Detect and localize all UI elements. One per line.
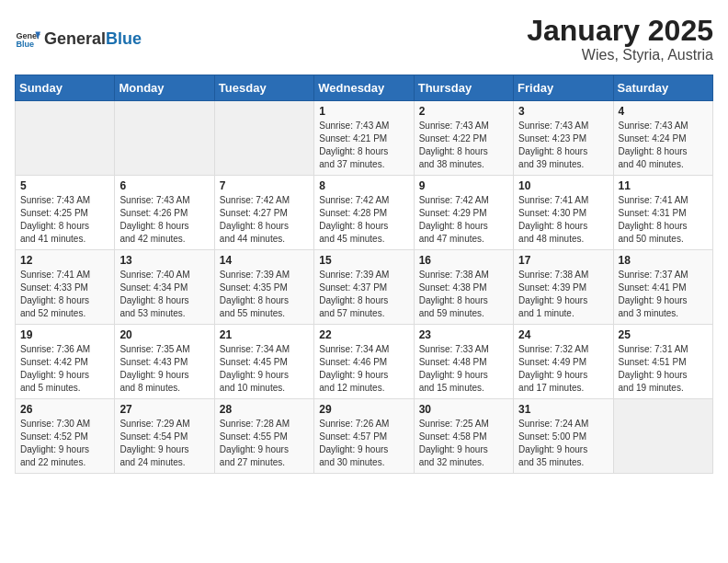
day-info: Sunrise: 7:40 AM Sunset: 4:34 PM Dayligh… [119,269,209,320]
day-info: Sunrise: 7:25 AM Sunset: 4:58 PM Dayligh… [419,418,508,469]
table-cell [16,101,115,176]
table-cell: 18Sunrise: 7:37 AM Sunset: 4:41 PM Dayli… [613,250,712,325]
table-cell: 7Sunrise: 7:42 AM Sunset: 4:27 PM Daylig… [214,176,313,250]
day-info: Sunrise: 7:43 AM Sunset: 4:26 PM Dayligh… [119,194,209,246]
day-number: 28 [220,403,309,416]
table-cell: 4Sunrise: 7:43 AM Sunset: 4:24 PM Daylig… [613,101,712,176]
logo-icon: General Blue [15,27,40,52]
day-number: 24 [518,328,608,341]
calendar-title: January 2025 [527,15,713,47]
day-info: Sunrise: 7:42 AM Sunset: 4:28 PM Dayligh… [319,194,408,246]
table-cell: 27Sunrise: 7:29 AM Sunset: 4:54 PM Dayli… [115,399,214,474]
day-number: 3 [518,105,608,118]
day-info: Sunrise: 7:34 AM Sunset: 4:45 PM Dayligh… [220,343,309,395]
table-cell: 15Sunrise: 7:39 AM Sunset: 4:37 PM Dayli… [314,250,414,325]
table-cell: 21Sunrise: 7:34 AM Sunset: 4:45 PM Dayli… [214,325,313,399]
day-number: 20 [119,328,209,341]
day-info: Sunrise: 7:39 AM Sunset: 4:37 PM Dayligh… [319,269,408,320]
day-info: Sunrise: 7:29 AM Sunset: 4:54 PM Dayligh… [119,418,209,469]
day-info: Sunrise: 7:34 AM Sunset: 4:46 PM Dayligh… [319,343,408,395]
logo: General Blue GeneralBlue [15,27,142,52]
day-number: 4 [619,105,708,118]
table-cell: 14Sunrise: 7:39 AM Sunset: 4:35 PM Dayli… [214,250,313,325]
day-number: 9 [419,179,508,192]
day-number: 5 [20,179,109,192]
logo-general-text: General [44,29,106,49]
table-cell: 8Sunrise: 7:42 AM Sunset: 4:28 PM Daylig… [314,176,414,250]
week-row-4: 19Sunrise: 7:36 AM Sunset: 4:42 PM Dayli… [16,325,713,399]
header-wednesday: Wednesday [314,75,414,101]
day-info: Sunrise: 7:42 AM Sunset: 4:27 PM Dayligh… [220,194,309,246]
table-cell: 9Sunrise: 7:42 AM Sunset: 4:29 PM Daylig… [414,176,513,250]
header-sunday: Sunday [16,75,115,101]
table-cell: 20Sunrise: 7:35 AM Sunset: 4:43 PM Dayli… [115,325,214,399]
table-cell: 28Sunrise: 7:28 AM Sunset: 4:55 PM Dayli… [214,399,313,474]
day-number: 25 [619,328,708,341]
day-number: 12 [20,254,109,267]
day-info: Sunrise: 7:26 AM Sunset: 4:57 PM Dayligh… [319,418,408,469]
day-number: 30 [419,403,508,416]
table-cell: 29Sunrise: 7:26 AM Sunset: 4:57 PM Dayli… [314,399,414,474]
day-info: Sunrise: 7:24 AM Sunset: 5:00 PM Dayligh… [518,418,608,469]
day-number: 22 [319,328,408,341]
week-row-2: 5Sunrise: 7:43 AM Sunset: 4:25 PM Daylig… [16,176,713,250]
table-cell: 1Sunrise: 7:43 AM Sunset: 4:21 PM Daylig… [314,101,414,176]
table-cell: 16Sunrise: 7:38 AM Sunset: 4:38 PM Dayli… [414,250,513,325]
header-tuesday: Tuesday [214,75,313,101]
day-number: 27 [119,403,209,416]
table-cell: 3Sunrise: 7:43 AM Sunset: 4:23 PM Daylig… [514,101,613,176]
day-info: Sunrise: 7:43 AM Sunset: 4:25 PM Dayligh… [20,194,109,246]
day-info: Sunrise: 7:33 AM Sunset: 4:48 PM Dayligh… [419,343,508,395]
week-row-5: 26Sunrise: 7:30 AM Sunset: 4:52 PM Dayli… [16,399,713,474]
day-number: 18 [619,254,708,267]
day-info: Sunrise: 7:28 AM Sunset: 4:55 PM Dayligh… [220,418,309,469]
table-cell: 13Sunrise: 7:40 AM Sunset: 4:34 PM Dayli… [115,250,214,325]
day-number: 11 [619,179,708,192]
day-number: 1 [319,105,408,118]
day-info: Sunrise: 7:41 AM Sunset: 4:33 PM Dayligh… [20,269,109,320]
day-number: 29 [319,403,408,416]
day-info: Sunrise: 7:32 AM Sunset: 4:49 PM Dayligh… [518,343,608,395]
day-info: Sunrise: 7:41 AM Sunset: 4:30 PM Dayligh… [518,194,608,246]
page-header: General Blue GeneralBlue January 2025 Wi… [15,15,713,63]
header-monday: Monday [115,75,214,101]
header-friday: Friday [514,75,613,101]
day-info: Sunrise: 7:43 AM Sunset: 4:22 PM Dayligh… [419,120,508,171]
week-row-3: 12Sunrise: 7:41 AM Sunset: 4:33 PM Dayli… [16,250,713,325]
weekday-header-row: Sunday Monday Tuesday Wednesday Thursday… [16,75,713,101]
day-number: 17 [518,254,608,267]
day-info: Sunrise: 7:39 AM Sunset: 4:35 PM Dayligh… [220,269,309,320]
table-cell [115,101,214,176]
table-cell: 19Sunrise: 7:36 AM Sunset: 4:42 PM Dayli… [16,325,115,399]
table-cell: 30Sunrise: 7:25 AM Sunset: 4:58 PM Dayli… [414,399,513,474]
table-cell: 31Sunrise: 7:24 AM Sunset: 5:00 PM Dayli… [514,399,613,474]
table-cell [214,101,313,176]
table-cell [613,399,712,474]
table-cell: 11Sunrise: 7:41 AM Sunset: 4:31 PM Dayli… [613,176,712,250]
table-cell: 24Sunrise: 7:32 AM Sunset: 4:49 PM Dayli… [514,325,613,399]
table-cell: 2Sunrise: 7:43 AM Sunset: 4:22 PM Daylig… [414,101,513,176]
day-number: 16 [419,254,508,267]
day-info: Sunrise: 7:35 AM Sunset: 4:43 PM Dayligh… [119,343,209,395]
table-cell: 6Sunrise: 7:43 AM Sunset: 4:26 PM Daylig… [115,176,214,250]
table-cell: 17Sunrise: 7:38 AM Sunset: 4:39 PM Dayli… [514,250,613,325]
table-cell: 25Sunrise: 7:31 AM Sunset: 4:51 PM Dayli… [613,325,712,399]
day-number: 26 [20,403,109,416]
day-info: Sunrise: 7:30 AM Sunset: 4:52 PM Dayligh… [20,418,109,469]
table-cell: 23Sunrise: 7:33 AM Sunset: 4:48 PM Dayli… [414,325,513,399]
day-number: 10 [518,179,608,192]
day-number: 19 [20,328,109,341]
table-cell: 5Sunrise: 7:43 AM Sunset: 4:25 PM Daylig… [16,176,115,250]
table-cell: 26Sunrise: 7:30 AM Sunset: 4:52 PM Dayli… [16,399,115,474]
day-info: Sunrise: 7:31 AM Sunset: 4:51 PM Dayligh… [619,343,708,395]
day-info: Sunrise: 7:43 AM Sunset: 4:23 PM Dayligh… [518,120,608,171]
header-thursday: Thursday [414,75,513,101]
svg-text:Blue: Blue [16,40,34,49]
day-info: Sunrise: 7:43 AM Sunset: 4:21 PM Dayligh… [319,120,408,171]
day-number: 31 [518,403,608,416]
day-info: Sunrise: 7:38 AM Sunset: 4:38 PM Dayligh… [419,269,508,320]
day-number: 13 [119,254,209,267]
day-info: Sunrise: 7:36 AM Sunset: 4:42 PM Dayligh… [20,343,109,395]
calendar-table: Sunday Monday Tuesday Wednesday Thursday… [15,75,713,474]
title-block: January 2025 Wies, Styria, Austria [527,15,713,63]
